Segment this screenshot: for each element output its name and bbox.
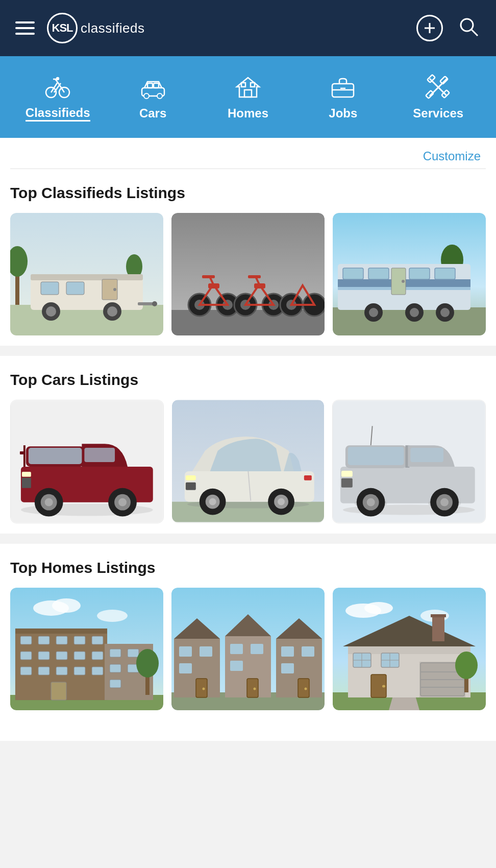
listing-image-truck-red [11, 400, 163, 523]
cars-section-title: Top Cars Listings [10, 371, 486, 389]
svg-rect-19 [241, 83, 245, 87]
svg-rect-77 [343, 268, 363, 279]
svg-rect-116 [304, 475, 312, 480]
svg-rect-29 [426, 90, 434, 99]
bottom-space [0, 720, 496, 741]
svg-rect-147 [56, 636, 67, 644]
svg-rect-148 [74, 636, 85, 644]
listing-card-rv1[interactable] [10, 213, 163, 335]
listing-card-rv2[interactable] [333, 213, 486, 335]
svg-point-13 [144, 93, 149, 99]
svg-point-86 [410, 308, 419, 317]
nav-classifieds-label: Classifieds [26, 106, 90, 122]
customize-link[interactable]: Customize [423, 149, 481, 163]
header-right [416, 15, 481, 41]
logo-classifieds-text: classifieds [81, 20, 144, 36]
svg-point-168 [136, 649, 159, 678]
search-button[interactable] [457, 15, 481, 41]
svg-point-177 [203, 688, 205, 690]
svg-rect-118 [186, 483, 196, 490]
listing-card-car-white[interactable] [172, 400, 325, 523]
svg-point-11 [57, 78, 59, 80]
svg-rect-166 [110, 680, 121, 688]
svg-rect-175 [179, 663, 192, 673]
nav-homes-label: Homes [228, 106, 268, 120]
svg-rect-16 [154, 83, 159, 88]
navigation-bar: Classifieds Cars Homes [0, 56, 496, 138]
svg-rect-144 [15, 629, 107, 634]
section-gap-1 [0, 346, 496, 356]
svg-rect-181 [251, 644, 263, 654]
svg-point-43 [46, 306, 56, 317]
listing-card-bikes[interactable] [171, 213, 325, 335]
svg-rect-28 [440, 76, 448, 84]
svg-rect-174 [200, 646, 212, 657]
svg-rect-125 [411, 448, 444, 462]
svg-point-2 [461, 19, 473, 31]
nav-item-homes[interactable]: Homes [210, 74, 286, 120]
svg-rect-46 [138, 302, 153, 305]
svg-rect-104 [20, 451, 25, 454]
svg-point-82 [402, 280, 405, 283]
nav-item-cars[interactable]: Cars [115, 74, 191, 120]
svg-point-88 [440, 308, 450, 317]
listing-card-townhouse[interactable] [171, 588, 325, 710]
svg-rect-158 [74, 667, 85, 675]
svg-point-139 [52, 598, 81, 613]
listing-card-house[interactable] [333, 588, 486, 710]
listing-card-truck-silver[interactable] [332, 400, 486, 523]
svg-rect-135 [341, 478, 353, 488]
svg-point-47 [152, 301, 157, 306]
svg-rect-189 [281, 663, 294, 673]
nav-jobs-label: Jobs [329, 106, 357, 120]
listing-image-apt [10, 588, 163, 710]
svg-rect-156 [38, 667, 49, 675]
nav-item-jobs[interactable]: Jobs [305, 74, 381, 120]
svg-rect-37 [31, 274, 143, 280]
svg-point-111 [209, 498, 216, 505]
svg-rect-183 [247, 679, 258, 697]
listing-image-townhouse [171, 588, 325, 710]
nav-services-label: Services [413, 106, 463, 120]
svg-rect-94 [84, 448, 115, 462]
svg-rect-115 [186, 475, 196, 480]
menu-button[interactable] [15, 21, 35, 35]
svg-point-140 [97, 610, 128, 622]
svg-rect-173 [179, 646, 192, 657]
svg-rect-215 [431, 614, 446, 617]
svg-rect-57 [202, 275, 215, 278]
svg-rect-123 [348, 447, 404, 465]
listing-image-car-white [172, 400, 325, 522]
svg-point-217 [455, 652, 478, 679]
svg-rect-187 [281, 646, 294, 657]
logo-ksl-text: KSL [52, 21, 73, 35]
nav-cars-label: Cars [139, 106, 166, 120]
listing-card-apt[interactable] [10, 588, 163, 710]
homes-section-title: Top Homes Listings [10, 559, 486, 576]
logo-area[interactable]: KSL classifieds [47, 13, 144, 43]
svg-rect-95 [23, 445, 26, 467]
main-content: Customize Top Classifieds Listings [0, 138, 496, 741]
listing-image-rv2 [333, 213, 486, 335]
nav-item-services[interactable]: Services [400, 74, 477, 120]
svg-point-133 [440, 498, 449, 507]
svg-rect-154 [92, 652, 103, 660]
app-header: KSL classifieds [0, 0, 496, 56]
svg-rect-93 [29, 448, 82, 464]
listing-card-truck-red[interactable] [10, 400, 164, 523]
cars-section: Top Cars Listings [0, 356, 496, 534]
add-button[interactable] [416, 15, 443, 41]
classifieds-section-title: Top Classifieds Listings [10, 184, 486, 202]
svg-rect-214 [432, 616, 444, 641]
nav-item-classifieds[interactable]: Classifieds [19, 73, 96, 122]
svg-point-194 [364, 602, 393, 614]
svg-rect-176 [196, 679, 207, 697]
svg-rect-149 [92, 636, 103, 644]
svg-rect-163 [128, 649, 139, 657]
cars-listings-row [10, 400, 486, 523]
svg-rect-159 [92, 667, 103, 675]
svg-rect-102 [22, 472, 31, 477]
svg-rect-134 [341, 471, 353, 477]
svg-rect-15 [147, 83, 153, 88]
svg-rect-160 [51, 682, 66, 700]
